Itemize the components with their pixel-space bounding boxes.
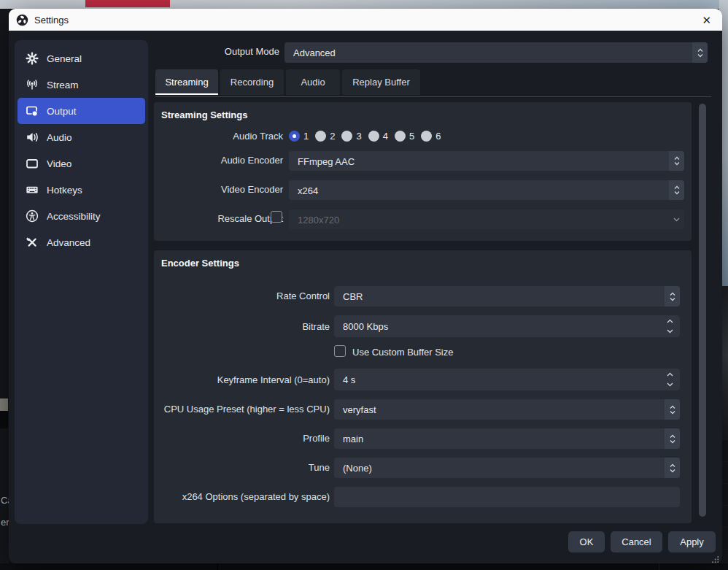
sidebar-item-label: Output (47, 106, 77, 117)
tab-label: Audio (301, 77, 325, 88)
keyframe-interval-value: 4 s (343, 374, 355, 385)
ok-button[interactable]: OK (568, 531, 605, 552)
close-icon[interactable]: ✕ (698, 15, 715, 26)
audio-encoder-value: FFmpeg AAC (298, 155, 355, 166)
output-mode-select[interactable]: Advanced (284, 42, 708, 63)
spinner-chevrons-icon[interactable] (669, 180, 684, 200)
cpu-usage-preset-select[interactable]: veryfast (334, 399, 680, 420)
tab-recording[interactable]: Recording (220, 69, 284, 95)
keyframe-interval-spinner[interactable]: 4 s (334, 369, 680, 390)
video-encoder-value: x264 (298, 185, 318, 196)
scrollbar-thumb[interactable] (699, 104, 706, 517)
cpu-usage-preset-value: veryfast (343, 404, 376, 415)
settings-dialog: Settings ✕ General (9, 9, 722, 563)
dock-divider (659, 563, 659, 570)
profile-value: main (343, 434, 363, 444)
sidebar-item-hotkeys[interactable]: Hotkeys (18, 177, 145, 203)
background-left-patch (0, 398, 8, 411)
sidebar: General Stream O (15, 40, 148, 524)
spin-up-icon[interactable] (667, 319, 673, 323)
panel-title: Encoder Settings (161, 258, 239, 269)
output-mode-value: Advanced (293, 47, 336, 58)
audio-track-radio-4[interactable] (368, 131, 379, 142)
audio-track-radio-group: 1 2 3 4 5 6 (289, 128, 447, 143)
audio-encoder-select[interactable]: FFmpeg AAC (289, 151, 684, 171)
background-red-bar (85, 0, 170, 7)
rate-control-label: Rate Control (154, 290, 330, 301)
rescale-output-checkbox[interactable] (271, 211, 282, 223)
tab-replay-buffer[interactable]: Replay Buffer (342, 69, 420, 95)
window-title: Settings (34, 15, 69, 26)
tune-label: Tune (154, 462, 330, 473)
x264-options-input[interactable] (334, 487, 680, 507)
audio-track-radio-6[interactable] (421, 131, 432, 142)
rate-control-select[interactable]: CBR (334, 286, 680, 307)
radio-label: 1 (303, 131, 309, 142)
rescale-resolution-value: 1280x720 (298, 214, 339, 225)
sidebar-item-label: Accessibility (47, 211, 101, 222)
accessibility-icon (26, 209, 39, 223)
titlebar[interactable]: Settings ✕ (9, 9, 722, 31)
bitrate-spinner[interactable]: 8000 Kbps (334, 315, 680, 337)
video-encoder-select[interactable]: x264 (289, 180, 684, 200)
sidebar-item-label: Audio (47, 132, 72, 143)
keyframe-interval-label: Keyframe Interval (0=auto) (154, 374, 330, 385)
tab-audio[interactable]: Audio (286, 69, 340, 95)
obs-logo-icon (16, 14, 28, 26)
spinner-chevrons-icon[interactable] (665, 458, 680, 478)
audio-track-radio-5[interactable] (395, 131, 406, 142)
audio-track-radio-2[interactable] (315, 131, 326, 142)
cancel-button[interactable]: Cancel (611, 531, 662, 552)
sidebar-item-stream[interactable]: Stream (18, 72, 145, 98)
audio-track-label: Audio Track (154, 131, 283, 142)
scrollbar-track[interactable] (699, 102, 706, 523)
sidebar-item-advanced[interactable]: Advanced (18, 229, 145, 255)
spin-down-icon[interactable] (667, 329, 673, 334)
use-custom-buffer-checkbox[interactable] (334, 345, 346, 357)
tools-icon (26, 236, 39, 249)
screen: Ca er Settings ✕ (0, 0, 728, 570)
spinner-chevrons-icon[interactable] (665, 399, 680, 420)
apply-button[interactable]: Apply (668, 531, 716, 552)
spinner-chevrons-icon[interactable] (692, 42, 708, 63)
chevron-down-icon[interactable] (669, 209, 684, 229)
sidebar-item-label: Advanced (47, 237, 90, 248)
tune-select[interactable]: (None) (334, 458, 680, 478)
spinner-chevrons-icon[interactable] (665, 428, 680, 449)
radio-label: 5 (409, 131, 414, 142)
radio-label: 3 (356, 131, 361, 142)
monitor-icon (26, 157, 39, 170)
audio-track-radio-3[interactable] (341, 131, 352, 142)
panel-title: Streaming Settings (161, 109, 247, 120)
sidebar-item-output[interactable]: Output (18, 98, 145, 124)
use-custom-buffer-label: Use Custom Buffer Size (352, 347, 453, 358)
bitrate-label: Bitrate (154, 321, 330, 332)
spin-down-icon[interactable] (667, 382, 673, 387)
profile-select[interactable]: main (334, 428, 680, 449)
tab-streaming[interactable]: Streaming (155, 69, 218, 95)
sidebar-item-video[interactable]: Video (18, 150, 145, 177)
tab-label: Streaming (165, 77, 208, 88)
tab-label: Replay Buffer (352, 77, 410, 88)
sidebar-item-label: General (47, 53, 82, 64)
dock-divider (217, 563, 218, 570)
spinner-chevrons-icon[interactable] (669, 151, 684, 171)
profile-label: Profile (154, 433, 330, 444)
radio-label: 6 (435, 131, 441, 142)
speaker-icon (26, 131, 39, 144)
spinner-chevrons-icon[interactable] (665, 286, 680, 307)
output-mode-label: Output Mode (148, 46, 279, 57)
spin-up-icon[interactable] (667, 372, 673, 377)
sidebar-item-audio[interactable]: Audio (18, 124, 145, 150)
radio-label: 2 (330, 131, 335, 142)
cpu-usage-preset-label: CPU Usage Preset (higher = less CPU) (154, 404, 330, 415)
gear-icon (26, 52, 39, 65)
resize-grip-icon[interactable] (711, 553, 719, 561)
sidebar-item-general[interactable]: General (18, 45, 145, 72)
rescale-resolution-select[interactable]: 1280x720 (289, 209, 684, 229)
audio-track-radio-1[interactable] (289, 131, 300, 142)
sidebar-item-accessibility[interactable]: Accessibility (18, 203, 145, 229)
video-encoder-label: Video Encoder (154, 184, 283, 195)
sidebar-item-label: Video (47, 158, 71, 169)
rate-control-value: CBR (343, 291, 363, 302)
